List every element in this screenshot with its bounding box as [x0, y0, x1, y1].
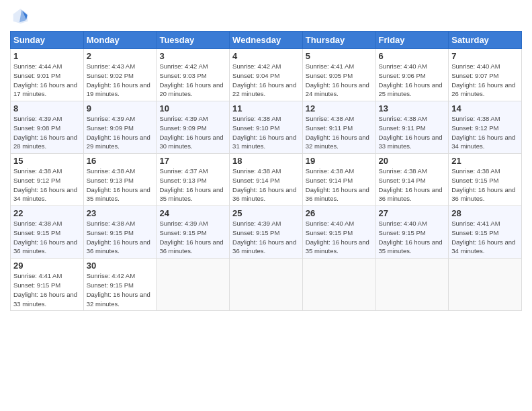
- day-number: 5: [306, 51, 373, 61]
- calendar-day-cell: 1Sunrise: 4:44 AMSunset: 9:01 PMDaylight…: [11, 49, 84, 101]
- day-info: Sunrise: 4:38 AMSunset: 9:14 PMDaylight:…: [379, 167, 446, 203]
- day-info: Sunrise: 4:39 AMSunset: 9:15 PMDaylight:…: [159, 219, 226, 256]
- day-number: 22: [13, 208, 81, 218]
- day-number: 24: [159, 208, 226, 218]
- day-number: 7: [451, 51, 519, 61]
- calendar-week-row: 8Sunrise: 4:39 AMSunset: 9:08 PMDaylight…: [11, 101, 522, 154]
- calendar-day-header: Saturday: [449, 32, 522, 49]
- day-info: Sunrise: 4:38 AMSunset: 9:15 PMDaylight:…: [87, 219, 154, 256]
- calendar-day-cell: 21Sunrise: 4:38 AMSunset: 9:15 PMDayligh…: [449, 154, 522, 206]
- calendar-day-header: Thursday: [302, 32, 375, 49]
- calendar-day-cell: 16Sunrise: 4:38 AMSunset: 9:13 PMDayligh…: [83, 154, 157, 206]
- calendar-day-cell: [302, 259, 375, 311]
- day-info: Sunrise: 4:38 AMSunset: 9:13 PMDaylight:…: [87, 167, 154, 203]
- calendar-day-cell: 12Sunrise: 4:38 AMSunset: 9:11 PMDayligh…: [302, 101, 375, 154]
- calendar-week-row: 15Sunrise: 4:38 AMSunset: 9:12 PMDayligh…: [11, 154, 522, 206]
- calendar-day-header: Wednesday: [230, 32, 303, 49]
- calendar-day-cell: [157, 259, 230, 311]
- day-info: Sunrise: 4:38 AMSunset: 9:14 PMDaylight:…: [232, 167, 300, 203]
- day-number: 26: [306, 208, 373, 218]
- logo-icon: [10, 7, 29, 26]
- calendar-day-cell: 11Sunrise: 4:38 AMSunset: 9:10 PMDayligh…: [230, 101, 303, 154]
- calendar-day-header: Friday: [375, 32, 449, 49]
- calendar-day-cell: 3Sunrise: 4:42 AMSunset: 9:03 PMDaylight…: [157, 49, 230, 101]
- calendar-week-row: 29Sunrise: 4:41 AMSunset: 9:15 PMDayligh…: [11, 259, 522, 311]
- day-number: 10: [159, 103, 226, 113]
- calendar-day-cell: 28Sunrise: 4:41 AMSunset: 9:15 PMDayligh…: [449, 206, 522, 259]
- calendar-day-cell: [449, 259, 522, 311]
- day-number: 15: [13, 156, 81, 166]
- calendar-day-cell: 5Sunrise: 4:41 AMSunset: 9:05 PMDaylight…: [302, 49, 375, 101]
- day-number: 20: [379, 156, 446, 166]
- day-number: 19: [306, 156, 373, 166]
- calendar-day-cell: 30Sunrise: 4:42 AMSunset: 9:15 PMDayligh…: [83, 259, 157, 311]
- day-info: Sunrise: 4:38 AMSunset: 9:10 PMDaylight:…: [232, 114, 300, 151]
- day-number: 12: [306, 103, 373, 113]
- day-number: 8: [13, 103, 81, 113]
- day-info: Sunrise: 4:41 AMSunset: 9:15 PMDaylight:…: [451, 219, 519, 256]
- calendar-day-cell: 8Sunrise: 4:39 AMSunset: 9:08 PMDaylight…: [11, 101, 84, 154]
- day-info: Sunrise: 4:38 AMSunset: 9:15 PMDaylight:…: [13, 219, 81, 256]
- calendar-day-cell: 2Sunrise: 4:43 AMSunset: 9:02 PMDaylight…: [83, 49, 157, 101]
- day-info: Sunrise: 4:40 AMSunset: 9:06 PMDaylight:…: [379, 62, 446, 99]
- calendar-day-header: Sunday: [11, 32, 84, 49]
- calendar-day-cell: 18Sunrise: 4:38 AMSunset: 9:14 PMDayligh…: [230, 154, 303, 206]
- calendar-day-cell: 17Sunrise: 4:37 AMSunset: 9:13 PMDayligh…: [157, 154, 230, 206]
- day-number: 2: [87, 51, 154, 61]
- day-number: 1: [13, 51, 81, 61]
- calendar-day-cell: 23Sunrise: 4:38 AMSunset: 9:15 PMDayligh…: [83, 206, 157, 259]
- day-number: 25: [232, 208, 300, 218]
- day-number: 13: [379, 103, 446, 113]
- day-info: Sunrise: 4:39 AMSunset: 9:08 PMDaylight:…: [13, 114, 81, 151]
- calendar-table: SundayMondayTuesdayWednesdayThursdayFrid…: [10, 31, 522, 311]
- day-number: 4: [232, 51, 300, 61]
- calendar-day-cell: 19Sunrise: 4:38 AMSunset: 9:14 PMDayligh…: [302, 154, 375, 206]
- day-number: 16: [87, 156, 154, 166]
- calendar-day-cell: 29Sunrise: 4:41 AMSunset: 9:15 PMDayligh…: [11, 259, 84, 311]
- calendar-day-header: Monday: [83, 32, 157, 49]
- day-info: Sunrise: 4:41 AMSunset: 9:05 PMDaylight:…: [306, 62, 373, 99]
- day-number: 3: [159, 51, 226, 61]
- page: SundayMondayTuesdayWednesdayThursdayFrid…: [0, 0, 532, 411]
- day-number: 18: [232, 156, 300, 166]
- day-number: 27: [379, 208, 446, 218]
- calendar-day-cell: [375, 259, 449, 311]
- calendar-header-row: SundayMondayTuesdayWednesdayThursdayFrid…: [11, 32, 522, 49]
- day-info: Sunrise: 4:39 AMSunset: 9:09 PMDaylight:…: [87, 114, 154, 151]
- day-number: 23: [87, 208, 154, 218]
- calendar-day-cell: 7Sunrise: 4:40 AMSunset: 9:07 PMDaylight…: [449, 49, 522, 101]
- day-info: Sunrise: 4:42 AMSunset: 9:15 PMDaylight:…: [87, 271, 154, 308]
- calendar-day-cell: 13Sunrise: 4:38 AMSunset: 9:11 PMDayligh…: [375, 101, 449, 154]
- day-number: 6: [379, 51, 446, 61]
- day-info: Sunrise: 4:42 AMSunset: 9:04 PMDaylight:…: [232, 62, 300, 99]
- calendar-day-cell: 24Sunrise: 4:39 AMSunset: 9:15 PMDayligh…: [157, 206, 230, 259]
- day-info: Sunrise: 4:39 AMSunset: 9:15 PMDaylight:…: [232, 219, 300, 256]
- day-number: 28: [451, 208, 519, 218]
- day-number: 30: [87, 261, 154, 271]
- calendar-day-cell: [230, 259, 303, 311]
- calendar-day-header: Tuesday: [157, 32, 230, 49]
- calendar-day-cell: 4Sunrise: 4:42 AMSunset: 9:04 PMDaylight…: [230, 49, 303, 101]
- day-info: Sunrise: 4:40 AMSunset: 9:15 PMDaylight:…: [379, 219, 446, 256]
- day-info: Sunrise: 4:41 AMSunset: 9:15 PMDaylight:…: [13, 271, 81, 308]
- day-info: Sunrise: 4:38 AMSunset: 9:12 PMDaylight:…: [451, 114, 519, 151]
- calendar-day-cell: 15Sunrise: 4:38 AMSunset: 9:12 PMDayligh…: [11, 154, 84, 206]
- day-number: 21: [451, 156, 519, 166]
- calendar-day-cell: 14Sunrise: 4:38 AMSunset: 9:12 PMDayligh…: [449, 101, 522, 154]
- day-info: Sunrise: 4:38 AMSunset: 9:15 PMDaylight:…: [451, 167, 519, 203]
- calendar-day-cell: 10Sunrise: 4:39 AMSunset: 9:09 PMDayligh…: [157, 101, 230, 154]
- calendar-week-row: 1Sunrise: 4:44 AMSunset: 9:01 PMDaylight…: [11, 49, 522, 101]
- day-info: Sunrise: 4:38 AMSunset: 9:12 PMDaylight:…: [13, 167, 81, 203]
- calendar-day-cell: 25Sunrise: 4:39 AMSunset: 9:15 PMDayligh…: [230, 206, 303, 259]
- day-number: 14: [451, 103, 519, 113]
- calendar-week-row: 22Sunrise: 4:38 AMSunset: 9:15 PMDayligh…: [11, 206, 522, 259]
- day-number: 29: [13, 261, 81, 271]
- calendar-day-cell: 6Sunrise: 4:40 AMSunset: 9:06 PMDaylight…: [375, 49, 449, 101]
- calendar-day-cell: 27Sunrise: 4:40 AMSunset: 9:15 PMDayligh…: [375, 206, 449, 259]
- day-info: Sunrise: 4:40 AMSunset: 9:15 PMDaylight:…: [306, 219, 373, 256]
- day-number: 9: [87, 103, 154, 113]
- calendar-day-cell: 20Sunrise: 4:38 AMSunset: 9:14 PMDayligh…: [375, 154, 449, 206]
- day-info: Sunrise: 4:38 AMSunset: 9:14 PMDaylight:…: [306, 167, 373, 203]
- day-info: Sunrise: 4:44 AMSunset: 9:01 PMDaylight:…: [13, 62, 81, 99]
- day-info: Sunrise: 4:39 AMSunset: 9:09 PMDaylight:…: [159, 114, 226, 151]
